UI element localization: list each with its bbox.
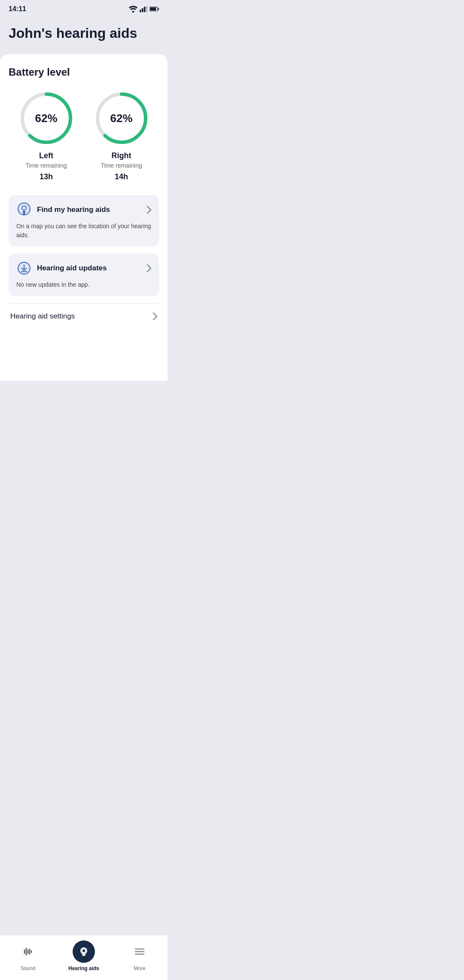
- battery-right-time-value: 14h: [115, 172, 128, 181]
- battery-icon: [150, 6, 159, 12]
- battery-right-time-label: Time remaining: [101, 162, 142, 169]
- updates-card-chevron: [147, 264, 151, 272]
- battery-section: 62% Left Time remaining 13h 62% Right Ti…: [9, 90, 159, 181]
- battery-section-title: Battery level: [9, 66, 159, 78]
- svg-point-0: [132, 11, 134, 12]
- status-time: 14:11: [9, 5, 26, 13]
- location-pin-icon: [16, 202, 32, 217]
- find-hearing-aids-card[interactable]: Find my hearing aids On a map you can se…: [9, 195, 159, 247]
- find-card-desc: On a map you can see the location of you…: [16, 222, 151, 240]
- download-icon: [16, 260, 32, 276]
- find-card-title: Find my hearing aids: [37, 205, 110, 214]
- find-card-chevron: [147, 206, 151, 214]
- hearing-aid-settings-row[interactable]: Hearing aid settings: [9, 303, 159, 329]
- hearing-aid-updates-card[interactable]: Hearing aid updates No new updates in th…: [9, 254, 159, 296]
- updates-card-desc: No new updates in the app.: [16, 280, 151, 289]
- battery-right: 62% Right Time remaining 14h: [94, 90, 150, 181]
- battery-left-time-label: Time remaining: [26, 162, 67, 169]
- wifi-icon: [129, 6, 137, 12]
- updates-card-left: Hearing aid updates: [16, 260, 107, 276]
- svg-rect-7: [150, 7, 156, 10]
- status-icons: [129, 6, 159, 12]
- battery-left-circle: 62%: [18, 90, 74, 146]
- svg-rect-1: [140, 10, 141, 12]
- battery-right-circle: 62%: [94, 90, 150, 146]
- battery-left-time-value: 13h: [40, 172, 53, 181]
- battery-right-label: Right: [112, 151, 131, 160]
- status-bar: 14:11: [0, 0, 168, 16]
- battery-left-percent: 62%: [35, 112, 57, 125]
- svg-rect-6: [158, 8, 159, 10]
- find-card-header: Find my hearing aids: [16, 202, 151, 217]
- svg-rect-4: [146, 6, 147, 12]
- svg-rect-2: [142, 8, 143, 12]
- header: John's hearing aids: [0, 16, 168, 54]
- find-card-left: Find my hearing aids: [16, 202, 110, 217]
- svg-rect-3: [144, 7, 146, 12]
- updates-card-header: Hearing aid updates: [16, 260, 151, 276]
- settings-row-chevron: [153, 312, 157, 320]
- main-content-card: Battery level 62% Left Time remaining 13…: [0, 54, 168, 381]
- settings-row-label: Hearing aid settings: [10, 312, 75, 321]
- battery-left: 62% Left Time remaining 13h: [18, 90, 74, 181]
- page-title: John's hearing aids: [9, 25, 159, 41]
- signal-icon: [140, 6, 147, 12]
- updates-card-title: Hearing aid updates: [37, 264, 107, 273]
- battery-left-label: Left: [39, 151, 53, 160]
- battery-right-percent: 62%: [110, 112, 132, 125]
